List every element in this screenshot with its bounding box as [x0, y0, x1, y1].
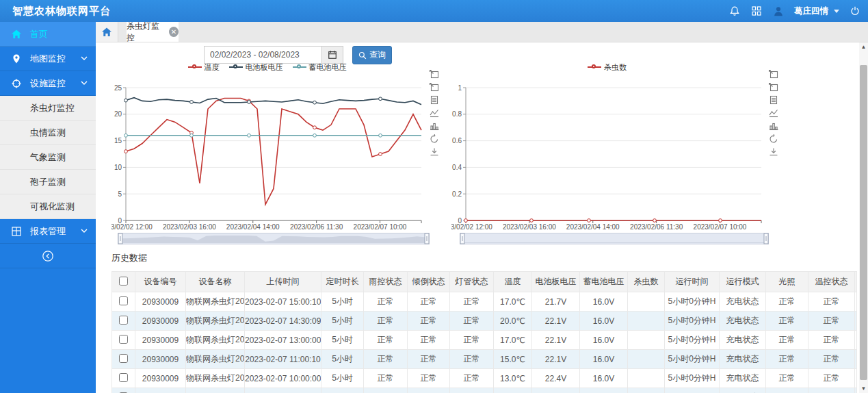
- table-cell: 正常: [808, 369, 855, 388]
- table-cell: 5小时0分钟H: [665, 331, 720, 350]
- zoom-reset-icon[interactable]: [429, 81, 440, 92]
- table-cell: 2023-02-07 10:00:00: [245, 369, 321, 388]
- tab-close-icon[interactable]: ✕: [169, 27, 179, 37]
- svg-text:2023/02/04 14:00: 2023/02/04 14:00: [566, 223, 620, 231]
- sidebar-item-map-monitor[interactable]: 地图监控: [0, 47, 96, 71]
- svg-text:2023/02/07 10:00: 2023/02/07 10:00: [694, 223, 747, 231]
- table-header-cell: 运行模式: [720, 272, 766, 292]
- table-cell: [245, 388, 321, 393]
- table-cell: 16.0V: [580, 312, 628, 331]
- bell-icon[interactable]: [728, 5, 741, 17]
- table-header-row: 设备编号设备名称上传时间定时时长雨控状态倾倒状态灯管状态温度电池板电压蓄电池电压…: [112, 272, 857, 292]
- table-cell: 正常: [408, 312, 450, 331]
- legend-label: 温度: [205, 62, 220, 73]
- switch-line-icon[interactable]: [429, 107, 440, 118]
- chevron-down-icon: [81, 229, 88, 233]
- row-checkbox[interactable]: [119, 296, 128, 305]
- table-cell: 物联网杀虫灯209: [186, 350, 245, 369]
- facility-icon: [11, 78, 22, 89]
- table-cell: 充电状态: [720, 388, 766, 393]
- row-checkbox[interactable]: [119, 354, 128, 363]
- table-cell: [628, 350, 665, 369]
- switch-bar-icon[interactable]: [429, 121, 440, 131]
- vertical-scrollbar[interactable]: ▲ ▼: [859, 42, 868, 393]
- legend-label: 杀虫数: [604, 62, 627, 73]
- table-cell: 正常: [450, 292, 494, 312]
- scrollbar-thumb[interactable]: [860, 65, 867, 380]
- legend-item[interactable]: 温度: [188, 62, 220, 73]
- table-cell: 正常: [766, 369, 808, 388]
- switch-bar-icon[interactable]: [768, 121, 779, 131]
- table-header-cell: 运行时间: [665, 272, 720, 292]
- sidebar-item-label: 首页: [30, 28, 48, 40]
- sidebar-subitem[interactable]: 孢子监测: [0, 170, 96, 194]
- datazoom-slider[interactable]: [460, 233, 769, 244]
- table-row[interactable]: 20930009物联网杀虫灯2092023-02-07 15:00:105小时正…: [112, 292, 857, 312]
- table-cell: 正常: [450, 369, 494, 388]
- sidebar-subitem[interactable]: 虫情监测: [0, 121, 96, 145]
- row-checkbox[interactable]: [119, 316, 128, 325]
- table-cell: 5小时0分钟H: [665, 369, 720, 388]
- line-chart-temperature-voltage[interactable]: 05101520252023/02/02 12:002023/02/03 16:…: [111, 73, 423, 231]
- date-range-input[interactable]: [205, 47, 321, 63]
- save-image-icon[interactable]: [429, 147, 440, 157]
- switch-line-icon[interactable]: [768, 107, 779, 118]
- svg-text:2023/02/07 10:00: 2023/02/07 10:00: [354, 223, 407, 231]
- row-checkbox[interactable]: [119, 335, 128, 344]
- table-cell: 充电状态: [720, 350, 766, 369]
- table-cell: 正常: [766, 292, 808, 312]
- table-cell: 22.4V: [532, 369, 580, 388]
- table-cell: [855, 388, 857, 393]
- save-image-icon[interactable]: [768, 147, 779, 157]
- sidebar-item-home[interactable]: 首页: [0, 22, 96, 47]
- table-header-cell: 杀虫数: [628, 272, 665, 292]
- line-chart-kill-count[interactable]: 00.20.40.60.812023/02/02 12:002023/02/03…: [451, 73, 763, 231]
- scroll-down-icon[interactable]: ▼: [859, 384, 868, 393]
- legend-item[interactable]: 杀虫数: [588, 62, 627, 73]
- legend-item[interactable]: 蓄电池电压: [293, 62, 347, 73]
- table-cell: 正常: [408, 331, 450, 350]
- table-cell: 正常: [408, 388, 450, 393]
- sidebar-subitem[interactable]: 气象监测: [0, 145, 96, 170]
- sidebar-collapse-button[interactable]: [0, 244, 96, 268]
- row-checkbox[interactable]: [119, 373, 128, 382]
- table-cell: 22.1V: [532, 331, 580, 350]
- caret-down-icon[interactable]: [834, 10, 839, 13]
- legend-marker-icon: [588, 64, 601, 70]
- table-cell: 正常: [450, 388, 494, 393]
- data-view-icon[interactable]: [768, 94, 779, 105]
- table-cell: 16.0V: [580, 331, 628, 350]
- tab-insecticidal-lamp[interactable]: 杀虫灯监控 ✕: [127, 22, 179, 42]
- legend-item[interactable]: 电池板电压: [229, 62, 283, 73]
- data-view-icon[interactable]: [429, 94, 440, 105]
- tab-home-button[interactable]: [96, 22, 118, 42]
- restore-icon[interactable]: [768, 134, 779, 144]
- qrcode-icon[interactable]: [750, 5, 763, 17]
- table-cell: [628, 388, 665, 393]
- username[interactable]: 葛庄四情: [794, 5, 828, 17]
- marquee-zoom-icon[interactable]: [429, 68, 440, 79]
- sidebar-item-report-management[interactable]: 报表管理: [0, 219, 96, 244]
- zoom-reset-icon[interactable]: [768, 81, 779, 92]
- sidebar-item-facility-monitor[interactable]: 设施监控: [0, 71, 96, 96]
- table-row[interactable]: 20930009物联网杀虫灯2092023-02-07 10:00:005小时正…: [112, 369, 857, 388]
- datazoom-slider[interactable]: [118, 233, 430, 244]
- table-row[interactable]: 20930009物联网杀虫灯2095小时正常正常正常5小时0分钟H充电状态正常正…: [112, 388, 857, 393]
- scroll-up-icon[interactable]: ▲: [859, 42, 868, 51]
- marquee-zoom-icon[interactable]: [768, 68, 779, 79]
- calendar-icon[interactable]: [321, 47, 343, 63]
- table-row[interactable]: 20930009物联网杀虫灯2092023-02-07 13:00:005小时正…: [112, 331, 857, 350]
- tab-bar: 杀虫灯监控 ✕: [96, 22, 868, 42]
- restore-icon[interactable]: [429, 134, 440, 144]
- sidebar-subitem[interactable]: 可视化监测: [0, 194, 96, 219]
- table-cell: 16.0V: [580, 350, 628, 369]
- svg-text:2023/02/06 11:30: 2023/02/06 11:30: [630, 223, 683, 231]
- power-icon[interactable]: [849, 5, 861, 17]
- sidebar-subitem[interactable]: 杀虫灯监控: [0, 96, 96, 121]
- table-cell: 正常: [766, 331, 808, 350]
- table-cell: 16.0V: [580, 369, 628, 388]
- select-all-checkbox[interactable]: [119, 277, 128, 286]
- avatar-icon[interactable]: [772, 5, 785, 17]
- table-row[interactable]: 20930009物联网杀虫灯2092023-02-07 14:30:095小时正…: [112, 312, 857, 331]
- table-row[interactable]: 20930009物联网杀虫灯2092023-02-07 11:00:105小时正…: [112, 350, 857, 369]
